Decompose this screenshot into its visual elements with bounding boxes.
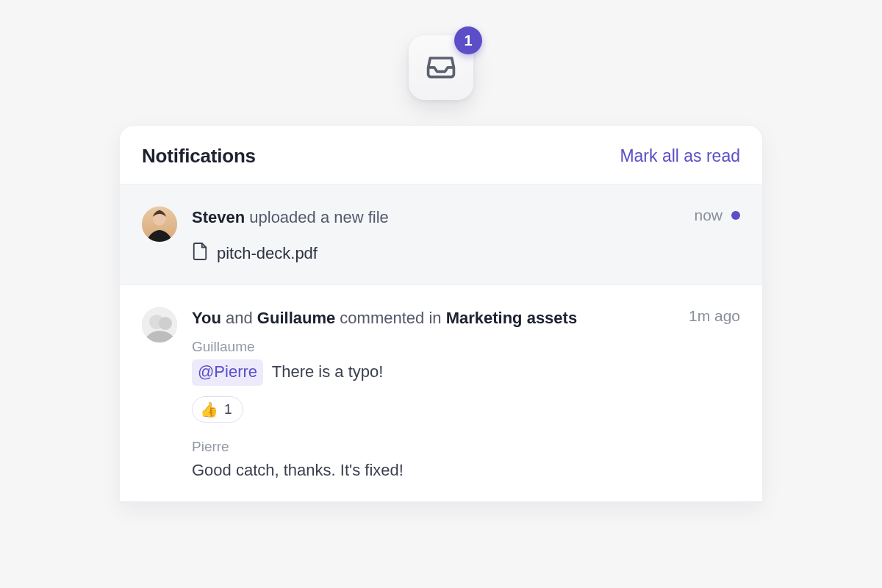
avatar bbox=[142, 207, 177, 242]
file-icon bbox=[192, 242, 208, 265]
inbox-icon bbox=[425, 50, 457, 85]
notification-time: 1m ago bbox=[689, 307, 740, 325]
reaction-count: 1 bbox=[224, 401, 232, 417]
comment: Pierre Good catch, thanks. It's fixed! bbox=[192, 439, 740, 482]
reaction-button[interactable]: 👍 1 bbox=[192, 396, 243, 423]
comment-text: Good catch, thanks. It's fixed! bbox=[192, 459, 740, 482]
attachment-link[interactable]: pitch-deck.pdf bbox=[192, 242, 740, 265]
panel-title: Notifications bbox=[142, 145, 256, 168]
notifications-panel: Notifications Mark all as read bbox=[119, 125, 763, 503]
comment: Guillaume @Pierre There is a typo! 👍 1 bbox=[192, 339, 740, 423]
unread-dot-icon bbox=[731, 211, 740, 220]
notification-title: You and Guillaume commented in Marketing… bbox=[192, 307, 577, 329]
panel-header: Notifications Mark all as read bbox=[120, 126, 762, 184]
comment-author: Guillaume bbox=[192, 339, 740, 355]
notification-item[interactable]: Steven uploaded a new file now pitch bbox=[120, 184, 762, 285]
inbox-badge: 1 bbox=[454, 26, 482, 54]
inbox-button[interactable]: 1 bbox=[409, 35, 473, 100]
attachment-filename: pitch-deck.pdf bbox=[217, 244, 318, 263]
mark-all-read-button[interactable]: Mark all as read bbox=[620, 146, 740, 166]
mention[interactable]: @Pierre bbox=[192, 359, 263, 386]
notification-title: Steven uploaded a new file bbox=[192, 207, 389, 229]
thumbs-up-icon: 👍 bbox=[200, 401, 218, 418]
comment-author: Pierre bbox=[192, 439, 740, 455]
avatar bbox=[142, 307, 177, 343]
notification-time: now bbox=[694, 207, 723, 224]
notification-item[interactable]: You and Guillaume commented in Marketing… bbox=[120, 285, 762, 502]
svg-point-4 bbox=[159, 317, 172, 330]
comment-text: @Pierre There is a typo! bbox=[192, 359, 740, 386]
